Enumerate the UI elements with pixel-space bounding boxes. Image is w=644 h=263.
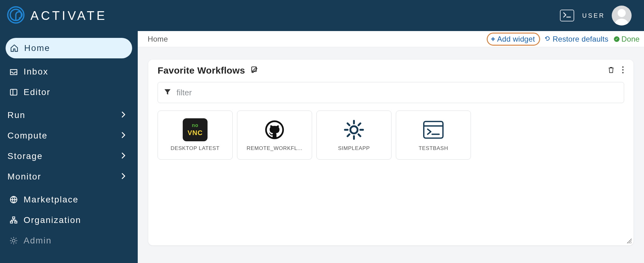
- svg-rect-17: [424, 121, 443, 138]
- workflow-tile-row: noVNC DESKTOP LATEST REMOTE_WORKFL...: [158, 111, 624, 160]
- sidebar-item-organization[interactable]: Organization: [0, 210, 138, 230]
- done-button[interactable]: ✓ Done: [614, 35, 640, 43]
- trash-icon: [607, 66, 615, 74]
- workflow-tile-testbash[interactable]: TESTBASH: [396, 111, 471, 160]
- add-widget-label: Add widget: [497, 35, 535, 43]
- sidebar-group-storage[interactable]: Storage: [0, 146, 138, 166]
- sidebar-group-compute[interactable]: Compute: [0, 125, 138, 146]
- sidebar-group-monitor[interactable]: Monitor: [0, 166, 138, 187]
- favorite-workflows-card: Favorite Workflows: [148, 60, 633, 245]
- svg-point-12: [622, 66, 624, 68]
- delete-widget-button[interactable]: [607, 66, 615, 75]
- github-icon: [262, 119, 287, 141]
- card-title: Favorite Workflows: [158, 65, 245, 76]
- filter-input[interactable]: [177, 88, 618, 97]
- breadcrumb-bar: Home + Add widget Restore defaults ✓ Don…: [138, 31, 644, 47]
- sidebar-group-label: Monitor: [7, 172, 41, 182]
- terminal-button[interactable]: [560, 10, 574, 21]
- sidebar-item-home[interactable]: Home: [6, 38, 132, 58]
- chevron-right-icon: [121, 110, 126, 120]
- chevron-right-icon: [121, 151, 126, 161]
- sidebar-item-label: Marketplace: [24, 195, 78, 205]
- card-menu-button[interactable]: [622, 66, 624, 75]
- restore-defaults-button[interactable]: Restore defaults: [544, 35, 608, 43]
- inbox-icon: [9, 67, 24, 76]
- brand[interactable]: ACTIVATE: [7, 6, 107, 25]
- gear-icon: [342, 119, 366, 141]
- chevron-right-icon: [121, 131, 126, 141]
- done-label: Done: [621, 35, 640, 43]
- edit-icon[interactable]: [251, 66, 259, 75]
- tile-label: REMOTE_WORKFL...: [247, 145, 302, 152]
- sidebar-item-label: Inbox: [24, 67, 48, 77]
- org-icon: [9, 216, 24, 224]
- globe-icon: [9, 195, 24, 204]
- sidebar-group-label: Run: [7, 110, 25, 120]
- svg-point-10: [12, 239, 15, 242]
- sidebar-item-admin[interactable]: Admin: [0, 230, 138, 251]
- resize-handle[interactable]: [625, 237, 632, 243]
- workflow-tile-desktop-latest[interactable]: noVNC DESKTOP LATEST: [158, 111, 233, 160]
- terminal-icon: [563, 12, 571, 19]
- topbar: ACTIVATE USER: [0, 0, 644, 31]
- sidebar-item-marketplace[interactable]: Marketplace: [0, 189, 138, 210]
- sidebar-item-inbox[interactable]: Inbox: [0, 61, 138, 82]
- add-widget-button[interactable]: + Add widget: [487, 33, 540, 46]
- sidebar-group-label: Compute: [7, 131, 47, 141]
- filter-input-wrapper[interactable]: [158, 82, 624, 103]
- svg-rect-8: [11, 221, 13, 223]
- sidebar-item-label: Editor: [24, 87, 51, 97]
- tile-label: DESKTOP LATEST: [171, 145, 220, 152]
- sidebar-item-label: Admin: [24, 236, 52, 246]
- main: Home + Add widget Restore defaults ✓ Don…: [138, 31, 644, 263]
- sidebar-item-editor[interactable]: Editor: [0, 82, 138, 102]
- restore-label: Restore defaults: [552, 35, 608, 43]
- undo-icon: [544, 35, 551, 43]
- sidebar-item-label: Organization: [24, 215, 81, 225]
- novnc-icon: noVNC: [183, 119, 208, 141]
- svg-rect-9: [15, 221, 17, 223]
- sidebar-item-label: Home: [24, 43, 50, 53]
- sidebar-group-label: Storage: [7, 151, 43, 161]
- svg-rect-4: [11, 89, 17, 95]
- terminal-window-icon: [421, 119, 446, 141]
- tile-label: SIMPLEAPP: [338, 145, 370, 152]
- brand-logo-icon: [7, 6, 25, 25]
- filter-icon: [163, 88, 172, 97]
- plus-icon: +: [491, 35, 495, 43]
- workflow-tile-remote-workflow[interactable]: REMOTE_WORKFL...: [237, 111, 312, 160]
- kebab-icon: [622, 66, 624, 74]
- sidebar: Home Inbox Editor Run Compute: [0, 31, 138, 263]
- check-circle-icon: ✓: [614, 36, 619, 42]
- home-icon: [10, 44, 24, 52]
- tile-label: TESTBASH: [418, 145, 448, 152]
- chevron-right-icon: [121, 172, 126, 182]
- svg-point-3: [618, 9, 626, 17]
- svg-point-13: [622, 69, 624, 71]
- svg-point-14: [622, 72, 624, 74]
- gear-icon: [9, 236, 24, 245]
- workflow-tile-simpleapp[interactable]: SIMPLEAPP: [316, 111, 391, 160]
- sidebar-group-run[interactable]: Run: [0, 105, 138, 125]
- svg-rect-7: [13, 217, 15, 219]
- user-label: USER: [582, 12, 605, 19]
- avatar[interactable]: [612, 6, 632, 25]
- svg-point-16: [350, 126, 357, 133]
- brand-name: ACTIVATE: [30, 9, 107, 23]
- editor-icon: [9, 88, 24, 97]
- breadcrumb-title: Home: [148, 35, 168, 43]
